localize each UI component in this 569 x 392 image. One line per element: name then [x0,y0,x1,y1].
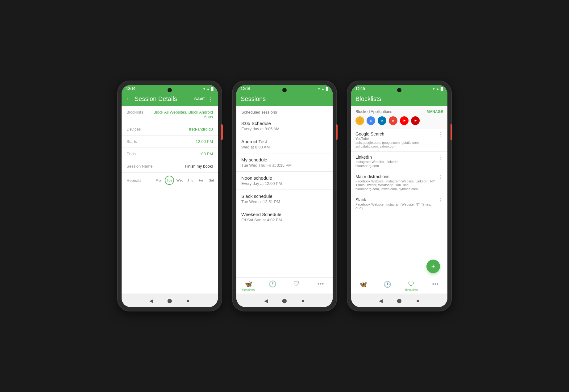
back-button-1[interactable]: ← [126,96,131,102]
svg-text:M: M [392,120,394,122]
session-name-value[interactable]: Finish my book! [153,164,213,169]
nav-bar-1 [122,294,218,307]
blocklists-value[interactable]: Block All Websites, Block Android Apps [151,110,213,119]
bottom-nav-2: 🦋 Sessions 🕐 🛡 ••• [236,277,333,294]
session-detail-content: Blocklists Block All Websites, Block And… [122,106,218,294]
blocklist-info-2: Major distractions Facebook Website, Ins… [355,174,438,191]
repeats-label: Repeats [127,178,151,183]
blocklist-item-1[interactable]: LinkedIn Instagram Website, LinkedIn blo… [351,152,447,171]
devices-value[interactable]: fred-android3 [151,127,213,131]
nav-home-2[interactable] [281,298,288,304]
tab-blocklists-3[interactable]: 🛡 Blocklists [399,281,423,292]
side-button-1 [221,124,223,140]
app-icon-5 [411,116,420,125]
nav-back-3[interactable] [378,298,384,304]
nav-home-1[interactable] [167,298,173,304]
tab-sessions-3[interactable]: 🦋 [351,281,375,292]
shield-icon: 🛡 [293,280,300,287]
blocked-apps-section: Blocked Applications MANAGE G in M [351,106,447,128]
blocklist-menu-2[interactable]: ⋮ [438,174,443,180]
bottom-nav-3: 🦋 🕐 🛡 Blocklists ••• [351,278,447,294]
blocklist-apps-3: Facebook Website, Instagram Website, NY … [355,202,438,210]
app-bar-1: ← Session Details SAVE ⋮ [122,93,218,106]
app-icon-2: in [378,116,386,125]
blocklist-item-2[interactable]: Major distractions Facebook Website, Ins… [351,171,447,194]
svg-text:G: G [370,119,372,122]
session-time-4: Tue Wed at 12:51 PM [241,199,328,204]
manage-button[interactable]: MANAGE [427,110,443,114]
nav-recents-1[interactable] [185,298,191,304]
session-item-5[interactable]: Weekend Schedule Fri Sat Sun at 4:02 PM [236,208,333,226]
app-icons-row: G in M [355,116,443,125]
blocklist-item-0[interactable]: Google Search YouTube apis.google.com, g… [351,128,447,152]
tab-timer-3[interactable]: 🕐 [375,281,399,292]
phone-1: 12:19 ▾▲▉ ← Session Details SAVE ⋮ Block… [117,81,222,311]
tab-shield[interactable]: 🛡 [284,280,309,292]
tab-more-3[interactable]: ••• [423,281,447,292]
status-icons-1: ▾▲▉ [203,87,214,91]
day-thu[interactable]: Thu [186,176,195,185]
sessions-label: Sessions [242,288,255,292]
app-icon-4 [400,116,409,125]
blocklist-name-2: Major distractions [355,174,438,179]
blocklist-menu-0[interactable]: ⋮ [438,131,443,137]
save-button-1[interactable]: SAVE [194,97,205,101]
ends-value[interactable]: 1:00 PM [151,152,213,156]
app-bar-2: Sessions [236,93,333,106]
day-sat[interactable]: Sat [207,176,216,185]
blocklist-domains-2: bloomberg.com, lowes.com, nytimes.com [355,187,438,191]
session-item-4[interactable]: Slack schedule Tue Wed at 12:51 PM [236,190,333,208]
blocklist-menu-3[interactable]: ⋮ [438,197,443,203]
blocklists-content: Blocked Applications MANAGE G in M [351,106,447,278]
blocklist-item-3[interactable]: Slack Facebook Website, Instagram Websit… [351,194,447,213]
nav-recents-2[interactable] [300,298,306,304]
blocklist-info-1: LinkedIn Instagram Website, LinkedIn blo… [355,155,438,168]
tab-more[interactable]: ••• [309,280,333,292]
devices-row: Devices fred-android3 [122,123,218,136]
session-item-3[interactable]: Noon schedule Every day at 12:00 PM [236,172,333,190]
phone-notch-3 [397,88,401,92]
session-name-3: Noon schedule [241,175,328,181]
starts-value[interactable]: 12:00 PM [151,139,213,144]
session-name-row: Session Name Finish my book! [122,160,218,173]
tab-timer[interactable]: 🕐 [260,280,284,292]
session-name-2: My schedule [241,157,328,162]
add-blocklist-fab[interactable]: + [426,260,440,273]
blocklist-domains-0: apis.google.com, google.com, gstatic.com… [355,141,438,148]
blocklist-menu-1[interactable]: ⋮ [438,155,443,161]
phone-3: 12:19 ▾▲▉ Blocklists Blocked Application… [347,81,452,311]
blocklist-name-3: Slack [355,197,438,202]
status-icons-2: ▾▲▉ [318,87,328,91]
nav-bar-3 [351,294,447,307]
session-name-1: Android Test [241,139,328,144]
menu-button-1[interactable]: ⋮ [208,96,214,102]
day-wed[interactable]: Wed [175,176,185,185]
day-mon[interactable]: Mon [154,176,164,185]
session-item-1[interactable]: Android Test Wed at 8:00 AM [236,135,333,153]
nav-recents-3[interactable] [415,298,421,304]
status-time-1: 12:19 [126,87,135,91]
timer-icon: 🕐 [269,280,276,288]
day-tue[interactable]: Tue [165,176,174,185]
tab-sessions[interactable]: 🦋 Sessions [236,280,260,292]
session-time-1: Wed at 8:00 AM [241,145,328,149]
nav-back-2[interactable] [263,298,269,304]
nav-home-3[interactable] [396,298,402,304]
app-icon-0 [355,116,364,125]
day-fri[interactable]: Fri [196,176,206,185]
app-bar-3: Blocklists [351,93,447,106]
blocklist-apps-2: Facebook Website, Instagram Website, Lin… [355,179,438,187]
session-item-0[interactable]: 8:05 Schedule Every day at 8:05 AM [236,117,333,135]
ends-label: Ends [127,152,151,156]
phone-notch-1 [168,88,172,92]
day-sun[interactable]: Sun [217,176,218,185]
session-item-2[interactable]: My schedule Tue Wed Thu Fri at 3:35 PM [236,153,333,172]
app-icon-1: G [367,116,375,125]
nav-back-1[interactable] [148,298,154,304]
sessions-icon: 🦋 [245,280,252,288]
status-time-2: 12:19 [241,87,250,91]
sessions-icon-3: 🦋 [359,281,367,288]
blocklist-name-1: LinkedIn [355,155,438,160]
status-icons-3: ▾▲▉ [433,87,443,91]
session-time-0: Every day at 8:05 AM [241,127,328,131]
